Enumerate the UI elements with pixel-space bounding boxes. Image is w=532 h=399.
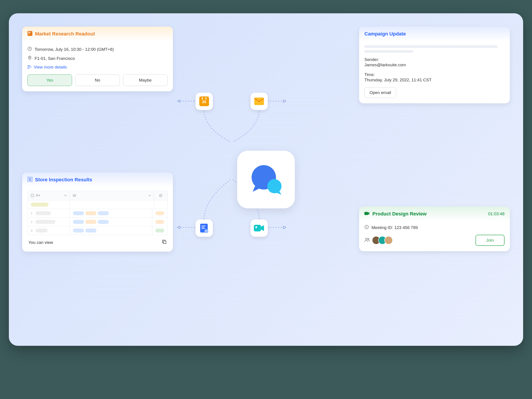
time-value: Thursday, July 29, 2022, 11:41 CST [364, 78, 505, 82]
yes-button[interactable]: Yes [27, 75, 72, 86]
dashboard-canvas: Market Research Readout Tomorrow, July 1… [9, 13, 523, 346]
store-title: Store Inspection Results [35, 177, 92, 183]
meeting-id-value: 123 456 789 [394, 225, 418, 230]
table-row [28, 200, 167, 209]
svg-point-30 [255, 226, 257, 228]
calendar-title: Market Research Readout [35, 31, 95, 37]
mail-app-icon[interactable] [250, 93, 268, 110]
svg-rect-24 [202, 97, 203, 100]
calendar-event-card: Market Research Readout Tomorrow, July 1… [22, 27, 173, 91]
participant-avatars [372, 236, 391, 245]
svg-rect-2 [30, 32, 30, 33]
store-inspection-card: Store Inspection Results A≡ [22, 172, 173, 252]
svg-point-10 [73, 196, 73, 197]
table-header-col-3[interactable] [154, 191, 167, 200]
participants-icon [364, 238, 370, 243]
svg-rect-29 [254, 225, 261, 231]
store-footer-text: You can view [28, 240, 53, 245]
view-more-details-link[interactable]: View more details [27, 65, 168, 70]
event-time: Tomorrow, July 16, 10:30 - 12:00 (GMT+8) [35, 47, 114, 52]
meeting-timer: 01:03:48 [488, 211, 505, 216]
inspection-table: A≡ 1 [27, 191, 168, 235]
details-icon [27, 65, 32, 70]
sheet-icon [27, 177, 32, 183]
no-button[interactable]: No [75, 75, 120, 86]
video-meeting-card: Product Design Review 01:03:48 Meeting I… [359, 207, 510, 251]
copy-icon[interactable] [162, 239, 167, 245]
svg-rect-0 [27, 31, 32, 36]
clock-icon [27, 47, 32, 52]
maybe-button[interactable]: Maybe [123, 75, 168, 86]
svg-rect-7 [31, 194, 34, 197]
sender-value: James@larksuite.com [364, 63, 505, 67]
video-app-icon[interactable] [250, 219, 268, 237]
calendar-app-icon[interactable]: 26 [196, 93, 213, 110]
svg-rect-1 [28, 32, 29, 33]
location-icon [27, 56, 32, 61]
email-title: Campaign Update [364, 31, 406, 37]
svg-point-5 [29, 57, 30, 58]
svg-rect-3 [28, 33, 29, 34]
table-header-col-2[interactable] [70, 191, 154, 200]
email-card: Campaign Update Sender: James@larksuite.… [359, 27, 510, 103]
svg-point-17 [365, 238, 367, 240]
messenger-app-icon [237, 151, 295, 208]
svg-text:26: 26 [202, 100, 206, 104]
svg-point-16 [367, 226, 367, 226]
open-email-button[interactable]: Open email [364, 87, 396, 98]
table-row: 2 [28, 218, 167, 226]
calendar-icon [27, 31, 32, 37]
video-camera-icon [364, 211, 370, 216]
video-title: Product Design Review [372, 211, 427, 217]
info-icon [364, 225, 369, 230]
svg-point-20 [267, 179, 282, 193]
svg-rect-25 [205, 97, 206, 100]
meeting-id-label: Meeting ID: [372, 225, 393, 230]
email-preview-skeleton [364, 45, 505, 53]
sender-label: Sender: [364, 57, 505, 62]
table-header-col-1[interactable]: A≡ [28, 191, 70, 200]
svg-point-9 [73, 195, 73, 196]
join-button[interactable]: Join [475, 235, 505, 246]
svg-rect-13 [163, 241, 166, 244]
table-row: 1 [28, 209, 167, 218]
table-row: 3 [28, 226, 167, 235]
svg-rect-14 [364, 212, 368, 215]
svg-point-18 [368, 238, 369, 240]
event-location: F1-01, San Francisco [35, 56, 75, 61]
svg-point-8 [73, 194, 73, 195]
docs-app-icon[interactable] [196, 219, 213, 237]
time-label: Time: [364, 72, 505, 77]
